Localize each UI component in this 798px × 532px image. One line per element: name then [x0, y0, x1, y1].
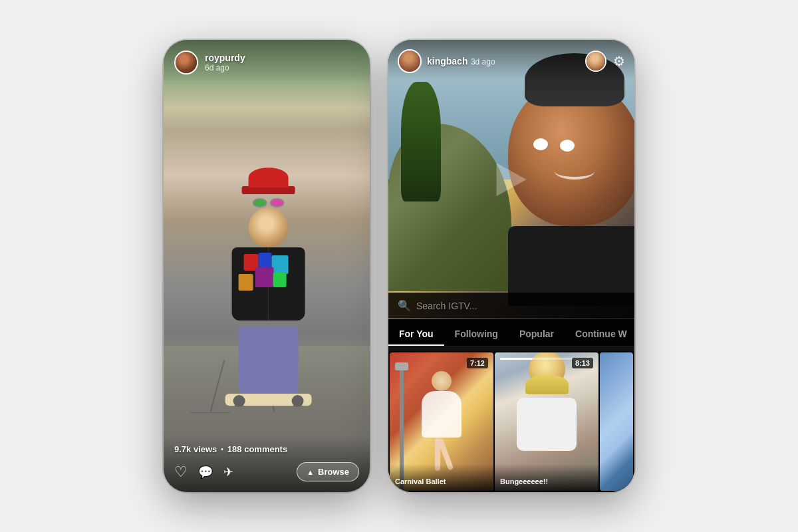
thumb-1-label: Carnival Ballet: [390, 464, 493, 491]
shirt-white: [517, 398, 577, 451]
igtv-user-info: kingbach 3d ago: [427, 55, 585, 67]
jacket-orange: [239, 274, 253, 291]
skater-hat: [249, 168, 289, 188]
thumb-2-duration: 8:13: [572, 358, 593, 368]
wheel-right: [292, 395, 304, 407]
jacket-blue: [259, 253, 272, 267]
igtv-avatar-image: [399, 51, 420, 72]
thumb-3-bg: [600, 352, 633, 491]
bungee-person: [507, 352, 587, 471]
video-thumb-1[interactable]: 7:12 Carnival Ballet: [390, 352, 493, 491]
comment-button[interactable]: 💬: [198, 465, 213, 479]
profile-avatar-small[interactable]: [585, 51, 606, 72]
skateboard: [225, 394, 312, 406]
like-button[interactable]: ♡: [174, 464, 188, 481]
stat-separator: •: [221, 446, 223, 453]
thumb-2-progress-fill: [500, 358, 533, 360]
jacket: [232, 247, 305, 327]
comment-count: 188 comments: [227, 444, 287, 454]
tab-popular[interactable]: Popular: [509, 319, 565, 346]
igtv-header-icons: ⚙: [585, 51, 625, 72]
lamp-top: [395, 362, 408, 370]
left-lens: [253, 198, 267, 207]
user-info: roypurdy 6d ago: [205, 53, 245, 72]
video-time-ago: 6d ago: [205, 63, 245, 72]
profile-avatar-img: [587, 52, 605, 70]
wheel-left: [233, 395, 245, 407]
igtv-user-avatar[interactable]: [398, 49, 422, 73]
right-lens: [270, 198, 285, 207]
browse-arrow: ▲: [307, 468, 314, 476]
view-count: 9.7k views: [174, 444, 217, 454]
igtv-overlay: kingbach 3d ago ⚙ 🔍 Search IGTV...: [388, 40, 634, 492]
face: [249, 207, 289, 247]
tab-following[interactable]: Following: [444, 319, 509, 346]
jacket-cyan: [272, 255, 289, 274]
search-icon: 🔍: [398, 299, 411, 312]
jacket-purple: [255, 267, 274, 287]
igtv-video-grid: 7:12 Carnival Ballet: [388, 351, 634, 492]
video-actions: ♡ 💬 ✈ ▲ Browse: [174, 462, 359, 481]
settings-icon[interactable]: ⚙: [613, 53, 625, 69]
igtv-username[interactable]: kingbach: [427, 56, 467, 66]
sunglasses: [225, 198, 312, 207]
igtv-time-ago: 3d ago: [471, 57, 495, 66]
jacket-green: [273, 273, 287, 287]
dancer-figure: [415, 371, 468, 464]
pants: [239, 327, 299, 394]
dancer-head: [432, 371, 452, 391]
user-avatar[interactable]: [174, 51, 198, 74]
crack-1: [210, 360, 225, 412]
right-phone-content: kingbach 3d ago ⚙ 🔍 Search IGTV...: [388, 40, 634, 492]
video-footer: 9.7k views • 188 comments ♡ 💬 ✈ ▲ Browse: [164, 436, 370, 492]
igtv-tabs: For You Following Popular Continue W: [388, 319, 634, 346]
video-thumb-2[interactable]: 8:13 Bungeeeeee!!: [495, 352, 598, 491]
video-thumb-3[interactable]: [600, 352, 633, 491]
search-bar[interactable]: 🔍 Search IGTV...: [388, 293, 634, 319]
thumb-1-duration: 7:12: [467, 358, 488, 368]
thumb-2-label: Bungeeeeee!!: [495, 464, 598, 491]
browse-button[interactable]: ▲ Browse: [297, 462, 359, 481]
skater-figure: [225, 168, 312, 406]
tab-for-you[interactable]: For You: [388, 319, 444, 346]
video-stats: 9.7k views • 188 comments: [174, 444, 359, 454]
hair: [525, 374, 569, 394]
left-phone: roypurdy 6d ago 9.7k views • 188 comment…: [164, 40, 370, 492]
tab-continue[interactable]: Continue W: [565, 319, 634, 346]
search-input[interactable]: Search IGTV...: [416, 301, 625, 311]
dancer-tutu: [422, 391, 462, 438]
phones-container: roypurdy 6d ago 9.7k views • 188 comment…: [164, 40, 634, 492]
share-button[interactable]: ✈: [223, 465, 233, 479]
avatar-image: [176, 52, 197, 73]
crack-3: [190, 412, 230, 413]
igtv-header: kingbach 3d ago ⚙: [388, 40, 634, 80]
right-phone: kingbach 3d ago ⚙ 🔍 Search IGTV...: [388, 40, 634, 492]
left-phone-content: roypurdy 6d ago 9.7k views • 188 comment…: [164, 40, 370, 492]
browse-label: Browse: [318, 467, 349, 477]
video-username[interactable]: roypurdy: [205, 53, 245, 63]
video-header: roypurdy 6d ago: [164, 40, 370, 82]
